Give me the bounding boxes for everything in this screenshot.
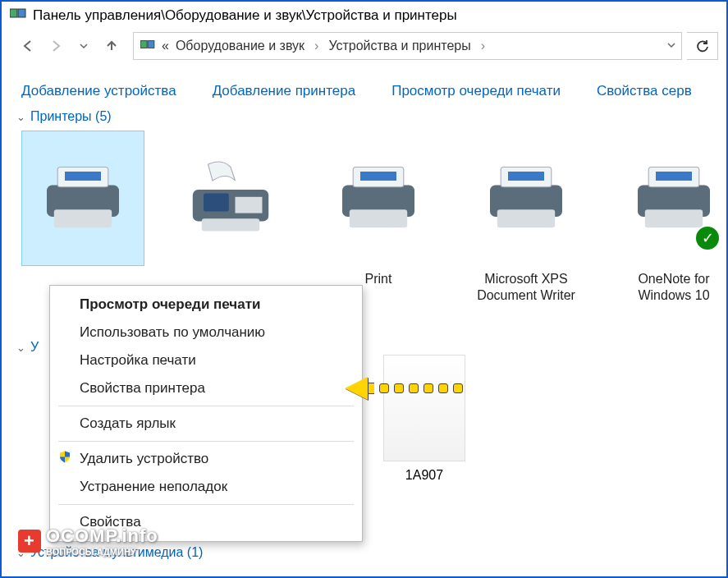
fax-device[interactable] [169,131,292,304]
svg-rect-14 [360,172,396,181]
menu-remove-device[interactable]: Удалить устройство [50,445,362,473]
context-menu: Просмотр очереди печати Использовать по … [49,285,363,542]
svg-rect-7 [54,209,112,227]
fax-icon [169,131,292,266]
menu-create-shortcut[interactable]: Создать ярлык [50,410,362,438]
svg-rect-6 [65,172,101,181]
device-label: OneNote for Windows 10 [612,271,728,304]
watermark: + OCOMP.info ВОПРОСЫ АДМИНУ [18,525,158,557]
address-bar[interactable]: « Оборудование и звук › Устройства и при… [133,32,682,60]
back-button[interactable] [16,34,39,57]
printer-device[interactable]: Print [317,131,440,304]
printer-device[interactable] [21,131,144,304]
up-button[interactable] [100,34,123,57]
view-queue-link[interactable]: Просмотр очереди печати [391,83,561,99]
refresh-button[interactable] [687,32,718,60]
add-device-link[interactable]: Добавление устройства [21,83,176,99]
svg-rect-15 [350,209,407,227]
svg-rect-19 [497,209,555,227]
arrow-dots [379,383,463,393]
svg-rect-18 [508,172,544,181]
menu-print-prefs[interactable]: Настройка печати [50,346,362,374]
group-devices-header[interactable]: ⌄ У [16,340,39,355]
group-printers-header[interactable]: ⌄ Принтеры (5) [2,99,726,127]
svg-rect-2 [140,41,147,48]
svg-rect-22 [656,172,692,181]
forward-button [44,34,67,57]
svg-rect-10 [236,196,263,213]
device-label: 1A907 [363,468,486,483]
watermark-text: OCOMP.info [46,525,158,547]
device-label: Microsoft XPS Document Writer [465,271,588,304]
printer-icon [465,131,588,266]
window-title: Панель управления\Оборудование и звук\Ус… [33,7,457,24]
svg-rect-0 [10,9,17,17]
svg-rect-23 [645,209,703,227]
watermark-sub: ВОПРОСЫ АДМИНУ [46,547,158,557]
group-printers-label: Принтеры (5) [30,109,112,124]
breadcrumb-overflow[interactable]: « [162,39,169,53]
arrow-head-icon [345,377,368,400]
menu-view-queue[interactable]: Просмотр очереди печати [50,291,362,319]
breadcrumb-item[interactable]: Устройства и принтеры [328,39,470,53]
menu-separator [58,441,354,442]
window-titlebar: Панель управления\Оборудование и звук\Ус… [2,2,726,29]
watermark-plus-icon: + [18,530,41,553]
menu-printer-props[interactable]: Свойства принтера [50,374,362,402]
menu-set-default[interactable]: Использовать по умолчанию [50,319,362,346]
breadcrumb-chevron-icon: › [481,39,485,53]
menu-separator [58,406,354,406]
breadcrumb-item[interactable]: Оборудование и звук [176,39,304,53]
printer-icon [317,131,440,266]
menu-separator [58,504,354,505]
toolbar: Добавление устройства Добавление принтер… [2,83,726,99]
recent-dropdown[interactable] [72,34,95,57]
svg-rect-1 [18,9,25,17]
device-icon [383,355,465,461]
printer-icon: ✓ [612,131,728,266]
control-panel-icon [10,7,26,24]
menu-troubleshoot[interactable]: Устранение неполадок [50,473,362,501]
svg-rect-3 [148,41,154,48]
uac-shield-icon [58,451,71,468]
printer-device[interactable]: Microsoft XPS Document Writer [465,131,588,304]
addressbar-dropdown-icon[interactable] [666,39,676,53]
add-printer-link[interactable]: Добавление принтера [213,83,356,99]
printer-device[interactable]: ✓ OneNote for Windows 10 [612,131,728,304]
printer-icon [21,131,144,266]
generic-device[interactable]: 1A907 [363,355,486,483]
chevron-down-icon: ⌄ [16,342,25,354]
menu-remove-device-label: Удалить устройство [80,451,208,466]
server-props-link[interactable]: Свойства серв [597,83,692,99]
navbar: « Оборудование и звук › Устройства и при… [2,29,726,67]
default-check-icon: ✓ [694,225,721,251]
printers-row: Print Microsoft XPS Document Writer [2,127,726,304]
breadcrumb-chevron-icon: › [314,39,318,53]
annotation-arrow [345,377,463,400]
chevron-down-icon: ⌄ [16,111,25,123]
control-panel-icon [140,39,155,53]
svg-rect-9 [204,193,229,211]
group-devices-label: У [30,340,39,355]
svg-rect-11 [202,218,259,231]
